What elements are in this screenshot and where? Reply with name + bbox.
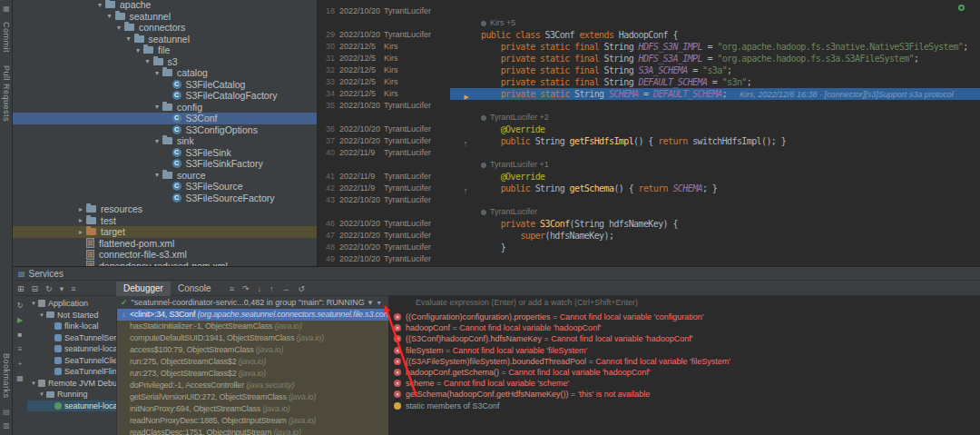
blame-annotation[interactable]: 342022/12/5Kirs bbox=[321, 88, 450, 100]
editor-line[interactable]: 372022/10/20TyrantLucifer↑ public String… bbox=[318, 135, 980, 147]
step-over-icon[interactable]: ↷ bbox=[242, 284, 250, 293]
problems-toolwindow-icon[interactable]: ▥ bbox=[3, 421, 10, 430]
tree-item[interactable]: CS3ConfigOptions bbox=[13, 124, 317, 136]
chevron-icon[interactable]: ▾ bbox=[152, 69, 162, 77]
blame-annotation[interactable]: 182022/10/20TyrantLucifer bbox=[321, 5, 450, 17]
tree-item[interactable]: ▾source bbox=[13, 170, 317, 182]
watch-item[interactable]: ✕scheme = Cannot find local variable 'sc… bbox=[388, 378, 980, 389]
tree-item[interactable]: ▾seatunnel bbox=[13, 11, 317, 23]
editor-line[interactable]: 312022/12/5Kirs private static final Str… bbox=[318, 53, 980, 64]
blame-annotation[interactable]: 412022/11/9TyrantLucifer bbox=[321, 171, 450, 183]
stack-frame[interactable]: computeDefaultSUID:1941, ObjectStreamCla… bbox=[117, 332, 388, 344]
editor-line[interactable]: 402022/11/9TyrantLucifer bbox=[318, 147, 980, 159]
service-item[interactable]: ▾Remote JVM Debug bbox=[27, 378, 116, 390]
inspection-indicator-icon[interactable] bbox=[958, 5, 965, 11]
blame-annotation[interactable]: 472022/10/20TyrantLucifer bbox=[321, 230, 450, 242]
tree-item[interactable]: ▾sink bbox=[13, 135, 317, 147]
blame-annotation[interactable]: 482022/10/20TyrantLucifer bbox=[321, 242, 450, 253]
service-item[interactable]: SeaTunnelClient bbox=[27, 355, 116, 367]
stack-frame[interactable]: run:275, ObjectStreamClass$2 (java.io) bbox=[117, 356, 388, 368]
stack-frame[interactable]: access$100:79, ObjectStreamClass (java.i… bbox=[117, 344, 388, 356]
services-tab-label[interactable]: Services bbox=[29, 267, 64, 281]
tree-item[interactable]: CS3FileSinkFactory bbox=[13, 158, 317, 170]
chevron-icon[interactable]: ▾ bbox=[152, 103, 162, 111]
editor-line[interactable]: 412022/11/9TyrantLucifer @Override bbox=[318, 171, 980, 183]
editor-line[interactable]: 302022/12/5Kirs private static final Str… bbox=[318, 41, 980, 53]
blame-annotation[interactable]: 362022/10/20TyrantLucifer bbox=[321, 124, 450, 135]
chevron-icon[interactable]: ▾ bbox=[29, 380, 38, 387]
rerun-icon[interactable]: ↻ bbox=[17, 302, 24, 310]
blame-annotation[interactable]: 332022/12/5Kirs bbox=[321, 76, 450, 88]
view-options-icon[interactable]: ≡ bbox=[71, 284, 75, 293]
service-item[interactable]: seatunnel-local bbox=[27, 343, 116, 355]
tree-item[interactable]: ▾s3 bbox=[13, 56, 317, 68]
stack-frame[interactable]: run:273, ObjectStreamClass$2 (java.io) bbox=[117, 368, 388, 380]
stack-frame[interactable]: readClassDesc:1751, ObjectInputStream (j… bbox=[117, 427, 388, 435]
step-out-icon[interactable]: ↑ bbox=[270, 284, 274, 293]
terminal-toolwindow-icon[interactable]: ▤ bbox=[3, 408, 10, 416]
editor-line[interactable]: 482022/10/20TyrantLucifer } bbox=[318, 242, 980, 253]
stack-frame[interactable]: hasStaticInitializer:-1, ObjectStreamCla… bbox=[117, 321, 388, 332]
chevron-icon[interactable]: ▾ bbox=[37, 311, 46, 319]
tree-item[interactable]: ▸resources bbox=[13, 203, 317, 215]
stack-frame[interactable]: ↓<clinit>:34, S3Conf (org.apache.seatunn… bbox=[117, 309, 388, 321]
start-service-icon[interactable]: ▶ bbox=[17, 316, 23, 324]
collapse-all-icon[interactable]: ⊟ bbox=[32, 284, 39, 293]
service-item[interactable]: ▾Running bbox=[27, 389, 116, 400]
chevron-icon[interactable]: ▾ bbox=[37, 391, 46, 398]
editor-line[interactable]: Kirs +5 bbox=[318, 17, 980, 29]
stack-frame[interactable]: initNonProxy:694, ObjectStreamClass (jav… bbox=[117, 403, 388, 415]
frames-filter-icon[interactable]: ▼ bbox=[376, 300, 382, 306]
layout-settings-icon[interactable]: ≡ bbox=[230, 284, 234, 293]
service-item[interactable]: ▾Not Started bbox=[27, 310, 116, 321]
chevron-icon[interactable]: ▾ bbox=[123, 35, 134, 43]
stack-frame[interactable]: getSerialVersionUID:272, ObjectStreamCla… bbox=[117, 391, 388, 403]
blame-annotation[interactable]: 352022/10/20TyrantLucifer bbox=[321, 100, 450, 112]
toolwindow-stripe-commit[interactable]: Commit bbox=[2, 22, 11, 53]
run-to-cursor-icon[interactable]: → bbox=[281, 284, 289, 293]
refresh-icon[interactable]: ↻ bbox=[45, 284, 53, 293]
blame-annotation[interactable]: 292022/10/20TyrantLucifer bbox=[321, 29, 450, 41]
service-item[interactable]: SeaTunnelServer bbox=[27, 332, 116, 344]
editor-line[interactable]: 342022/12/5Kirs▶ private static String S… bbox=[318, 88, 980, 100]
tree-item[interactable]: ▾connectors bbox=[13, 22, 317, 34]
service-item[interactable]: flink-local bbox=[27, 321, 116, 332]
blame-annotation[interactable]: 462022/10/20TyrantLucifer bbox=[321, 218, 450, 230]
service-item[interactable]: ▾Application bbox=[27, 298, 116, 310]
tree-item[interactable]: CS3FileSourceFactory bbox=[13, 193, 317, 204]
service-item[interactable]: seatunnel-local-debug-re bbox=[27, 400, 116, 412]
chevron-icon[interactable]: ▸ bbox=[75, 228, 86, 236]
toolwindow-stripe-pull-requests[interactable]: Pull Requests bbox=[2, 65, 11, 122]
editor-line[interactable]: 422022/11/9TyrantLucifer↑ public String … bbox=[318, 183, 980, 194]
tree-item[interactable]: CS3FileSource bbox=[13, 181, 317, 193]
editor-line[interactable]: 292022/10/20TyrantLuciferpublic class S3… bbox=[318, 29, 980, 41]
add-service-icon[interactable]: + bbox=[18, 360, 23, 368]
editor-line[interactable]: 322022/12/5Kirs private static final Str… bbox=[318, 64, 980, 76]
editor-line[interactable]: 332022/12/5Kirs private static final Str… bbox=[318, 76, 980, 88]
blame-annotation[interactable]: 422022/11/9TyrantLucifer bbox=[321, 183, 450, 194]
chevron-icon[interactable]: ▾ bbox=[94, 1, 105, 9]
tree-item[interactable]: ▾apache bbox=[13, 0, 317, 11]
chevron-icon[interactable]: ▾ bbox=[113, 24, 124, 32]
editor-line[interactable]: 432022/10/20TyrantLucifer bbox=[318, 194, 980, 206]
editor-line[interactable]: 362022/10/20TyrantLucifer @Override bbox=[318, 124, 980, 135]
editor-line[interactable]: TyrantLucifer +1 bbox=[318, 159, 980, 171]
tree-item[interactable]: ▾seatunnel bbox=[13, 34, 317, 45]
chevron-icon[interactable]: ▸ bbox=[75, 216, 86, 224]
stack-frame[interactable]: readNonProxyDesc:1885, ObjectInputStream… bbox=[117, 415, 388, 427]
thread-selector[interactable]: ✓ "seatunnel-coordinator-servic...0,482 … bbox=[116, 296, 388, 309]
chevron-icon[interactable]: ▾ bbox=[104, 12, 115, 20]
stop-service-icon[interactable]: ■ bbox=[18, 331, 23, 339]
tree-item[interactable]: CS3FileSink bbox=[13, 147, 317, 159]
restore-layout-icon[interactable]: ↺ bbox=[298, 284, 305, 293]
tree-item[interactable]: flattened-pom.xml bbox=[13, 238, 317, 250]
tab-console[interactable]: Console bbox=[171, 282, 219, 296]
tab-debugger[interactable]: Debugger bbox=[116, 282, 171, 296]
tree-item[interactable]: ▾file bbox=[13, 44, 317, 56]
blame-annotation[interactable]: 302022/12/5Kirs bbox=[321, 41, 450, 53]
watch-item[interactable]: ✕hadoopConf = Cannot find local variable… bbox=[388, 322, 980, 333]
blame-annotation[interactable]: 312022/12/5Kirs bbox=[321, 53, 450, 64]
chevron-icon[interactable]: ▾ bbox=[152, 137, 162, 145]
tree-item[interactable]: ▾catalog bbox=[13, 67, 317, 79]
watch-item[interactable]: ✕((S3Conf)hadoopConf).hdfsNameKey = Cann… bbox=[388, 333, 980, 344]
